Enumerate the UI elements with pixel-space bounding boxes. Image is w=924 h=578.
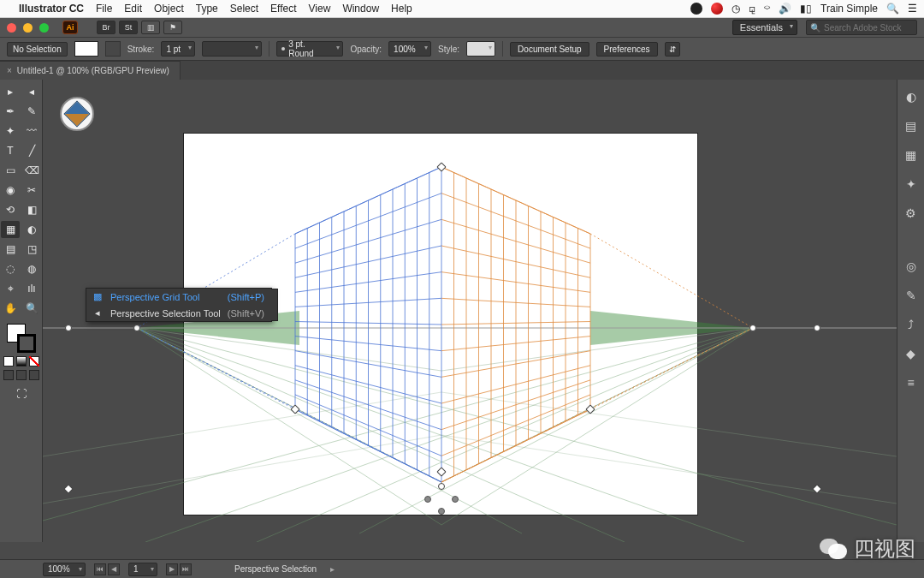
menubar-icon[interactable]: [690, 3, 702, 15]
tool-button[interactable]: ✂: [22, 182, 41, 199]
panel-dock-icon[interactable]: ◐: [903, 88, 920, 105]
tool-button[interactable]: ▤: [1, 241, 20, 258]
tool-button[interactable]: ✦: [1, 122, 20, 140]
tool-button[interactable]: ◌: [1, 260, 20, 277]
volume-icon[interactable]: 🔊: [779, 3, 791, 15]
window-close-icon[interactable]: [7, 23, 16, 33]
panel-dock-icon[interactable]: ◆: [903, 345, 920, 362]
tool-button[interactable]: ✋: [1, 300, 20, 317]
grid-handle-cell-left[interactable]: [424, 496, 431, 503]
flyout-item-perspective-selection[interactable]: ◂ Perspective Selection Tool (Shift+V): [86, 305, 271, 321]
tool-button[interactable]: ▸: [1, 83, 20, 100]
tool-button[interactable]: ⌫: [22, 162, 41, 179]
notification-center-icon[interactable]: ☰: [908, 3, 917, 15]
grid-handle-cell-right[interactable]: [452, 496, 459, 503]
menu-object[interactable]: Object: [154, 3, 184, 15]
status-menu-icon[interactable]: ▸: [330, 564, 335, 574]
draw-inside[interactable]: [29, 370, 39, 380]
arrange-documents-button[interactable]: ▥: [141, 21, 160, 34]
document-tab[interactable]: × Untitled-1 @ 100% (RGB/GPU Preview): [0, 61, 181, 80]
gpu-toggle-button[interactable]: ⚑: [163, 21, 182, 34]
tool-button[interactable]: ▭: [1, 162, 20, 179]
menu-file[interactable]: File: [96, 3, 112, 15]
draw-normal[interactable]: [3, 370, 14, 380]
brush-definition[interactable]: 3 pt. Round: [276, 41, 343, 57]
plane-switch-widget[interactable]: [60, 97, 94, 131]
grid-handle-cell-bottom[interactable]: [438, 508, 445, 515]
tool-button[interactable]: ◳: [22, 241, 41, 258]
graphic-style[interactable]: [466, 41, 495, 57]
artboard-last-button[interactable]: ⏭: [180, 563, 192, 575]
canvas[interactable]: ▩ Perspective Grid Tool (Shift+P) ◂ Pers…: [43, 80, 897, 542]
artboard-index[interactable]: 1: [128, 563, 157, 576]
tool-button[interactable]: ılı: [22, 280, 41, 297]
color-mode-gradient[interactable]: [16, 356, 27, 366]
clock-icon[interactable]: ◷: [732, 3, 740, 15]
artboard-first-button[interactable]: ⏮: [94, 563, 106, 575]
menu-select[interactable]: Select: [230, 3, 258, 15]
fill-stroke-control[interactable]: [7, 324, 36, 353]
artboard-prev-button[interactable]: ◀: [108, 563, 120, 575]
stock-button[interactable]: St: [119, 21, 138, 34]
color-mode-solid[interactable]: [3, 356, 14, 366]
tool-button[interactable]: ◐: [22, 221, 41, 238]
document-setup-button[interactable]: Document Setup: [510, 42, 589, 57]
tool-button[interactable]: ✎: [22, 103, 41, 120]
workspace-switcher[interactable]: Essentials: [732, 20, 797, 35]
tool-button[interactable]: ◉: [1, 182, 20, 199]
menu-window[interactable]: Window: [342, 3, 379, 15]
menu-type[interactable]: Type: [196, 3, 218, 15]
stroke-color-swatch[interactable]: [17, 334, 36, 353]
zoom-level[interactable]: 100%: [43, 563, 86, 576]
panel-dock-icon[interactable]: ✦: [903, 176, 920, 193]
screen-mode-button[interactable]: ⛶: [12, 385, 31, 402]
window-zoom-icon[interactable]: [39, 23, 49, 33]
battery-icon[interactable]: ▮▯: [800, 3, 812, 15]
tool-button[interactable]: 〰: [22, 122, 41, 140]
menu-view[interactable]: View: [309, 3, 331, 15]
stock-search-input[interactable]: 🔍Search Adobe Stock: [806, 20, 917, 35]
right-vanishing-point[interactable]: [749, 325, 756, 331]
bluetooth-icon[interactable]: ⚼: [749, 3, 755, 15]
tool-button[interactable]: T: [1, 142, 20, 159]
flyout-item-perspective-grid[interactable]: ▩ Perspective Grid Tool (Shift+P): [86, 289, 271, 305]
tool-button[interactable]: ⟲: [1, 201, 20, 218]
panel-dock-icon[interactable]: ≡: [903, 374, 920, 391]
horizon-handle-right[interactable]: [814, 325, 820, 331]
panel-dock-icon[interactable]: ⤴: [903, 316, 920, 333]
close-tab-icon[interactable]: ×: [7, 66, 12, 75]
panel-dock-icon[interactable]: ✎: [903, 287, 920, 304]
draw-behind[interactable]: [16, 370, 27, 380]
tool-button[interactable]: ▦: [1, 221, 20, 238]
spotlight-icon[interactable]: 🔍: [886, 3, 899, 15]
ground-handle-left[interactable]: [63, 484, 73, 493]
panel-dock-icon[interactable]: ▦: [903, 146, 920, 164]
ground-handle-right[interactable]: [812, 484, 821, 493]
fill-menu[interactable]: [105, 41, 121, 57]
user-name[interactable]: Train Simple: [820, 3, 878, 15]
artboard-next-button[interactable]: ▶: [166, 563, 178, 575]
panel-dock-icon[interactable]: ⚙: [903, 205, 920, 222]
fill-swatch[interactable]: [74, 41, 98, 57]
tool-button[interactable]: ╱: [22, 142, 41, 159]
app-name[interactable]: Illustrator CC: [19, 3, 84, 15]
flyout-tearoff-handle[interactable]: [271, 289, 278, 321]
color-mode-none[interactable]: [29, 356, 39, 366]
tool-button[interactable]: ◂: [22, 83, 41, 100]
window-minimize-icon[interactable]: [23, 23, 33, 33]
menu-help[interactable]: Help: [391, 3, 412, 15]
panel-dock-icon[interactable]: ◎: [903, 258, 920, 275]
menubar-icon[interactable]: [711, 3, 723, 15]
align-options-button[interactable]: ⇵: [665, 42, 680, 57]
preferences-button[interactable]: Preferences: [596, 42, 658, 57]
horizon-handle-left[interactable]: [65, 325, 72, 331]
tool-button[interactable]: ✒: [1, 103, 20, 120]
tool-button[interactable]: ⌖: [1, 280, 20, 297]
tool-button[interactable]: 🔍: [22, 300, 41, 317]
menu-edit[interactable]: Edit: [124, 3, 142, 15]
variable-width-profile[interactable]: [202, 41, 262, 57]
tool-button[interactable]: ◧: [22, 201, 41, 218]
panel-dock-icon[interactable]: ▤: [903, 117, 920, 134]
left-vanishing-point[interactable]: [133, 325, 140, 331]
bridge-button[interactable]: Br: [97, 21, 116, 34]
